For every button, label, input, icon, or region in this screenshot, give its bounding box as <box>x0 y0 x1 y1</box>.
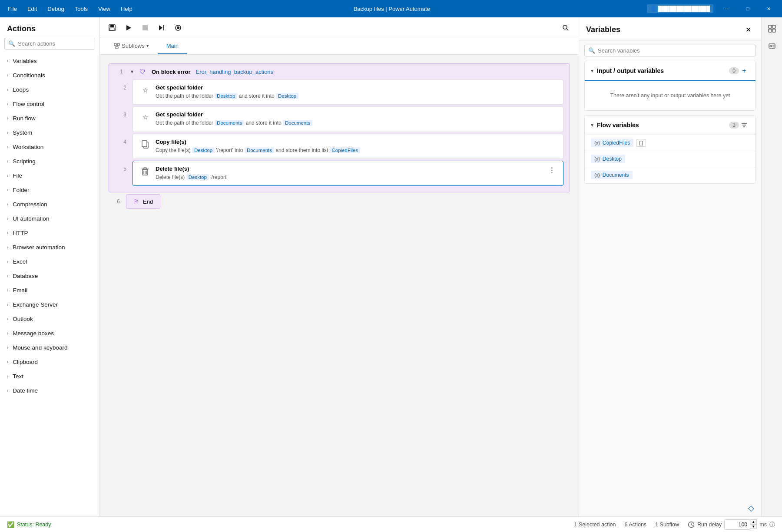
variables-search-box[interactable]: 🔍 <box>584 45 756 56</box>
input-output-header[interactable]: ▾ Input / output variables 0 + <box>585 61 755 81</box>
sidebar-item-text[interactable]: › Text <box>0 369 99 383</box>
tab-main[interactable]: Main <box>158 38 187 54</box>
step-5-var1[interactable]: Desktop <box>186 174 209 180</box>
sidebar-item-clipboard[interactable]: › Clipboard <box>0 355 99 369</box>
block-error-header[interactable]: 1 ▾ 🛡 On block error Eror_handling_backu… <box>109 64 570 79</box>
sidebar-items-list: › Variables › Conditionals › Loops › Flo… <box>0 54 99 516</box>
chevron-icon: › <box>7 245 8 250</box>
maximize-button[interactable]: □ <box>738 2 758 16</box>
menu-help[interactable]: Help <box>116 4 137 14</box>
step-5-more-button[interactable]: ⋮ <box>547 165 557 176</box>
sidebar-item-compression[interactable]: › Compression <box>0 197 99 211</box>
menu-file[interactable]: File <box>3 4 21 14</box>
add-variable-button[interactable]: + <box>739 66 749 76</box>
run-delay-info-icon[interactable]: ⓘ <box>769 521 775 529</box>
record-button[interactable] <box>171 21 185 35</box>
step-3-card[interactable]: ☆ Get special folder Get the path of the… <box>133 106 563 132</box>
step-2-var2[interactable]: Desktop <box>276 93 298 99</box>
flow-vars-collapse-icon[interactable]: ▾ <box>591 122 593 128</box>
menu-edit[interactable]: Edit <box>23 4 41 14</box>
sidebar-item-http[interactable]: › HTTP <box>0 226 99 240</box>
sidebar-item-workstation[interactable]: › Workstation <box>0 140 99 154</box>
sidebar-item-run-flow[interactable]: › Run flow <box>0 111 99 126</box>
sidebar-item-variables[interactable]: › Variables <box>0 54 99 68</box>
chevron-icon: › <box>7 216 8 221</box>
variables-search-input[interactable] <box>598 47 752 54</box>
assets-panel-toggle[interactable] <box>764 38 780 54</box>
sidebar-item-exchange-server[interactable]: › Exchange Server <box>0 297 99 312</box>
run-delay-spinners: ▲ ▼ <box>750 519 757 530</box>
tab-subflows[interactable]: Subflows ▾ <box>105 38 158 54</box>
block-error-container: 1 ▾ 🛡 On block error Eror_handling_backu… <box>109 63 570 192</box>
sidebar-item-outlook[interactable]: › Outlook <box>0 312 99 326</box>
menu-debug[interactable]: Debug <box>43 4 68 14</box>
chevron-icon: › <box>7 345 8 350</box>
sidebar-search-box[interactable]: 🔍 <box>4 38 95 50</box>
flow-var-documents[interactable]: {x} Documents <box>585 167 755 183</box>
step-4-var1[interactable]: Desktop <box>192 147 215 153</box>
menu-view[interactable]: View <box>94 4 115 14</box>
sidebar-search-input[interactable] <box>18 40 91 47</box>
end-card[interactable]: 🏳 End <box>126 194 160 209</box>
sidebar-item-folder[interactable]: › Folder <box>0 183 99 197</box>
run-delay-decrement[interactable]: ▼ <box>750 524 757 529</box>
status-ready: ✅ Status: Ready <box>7 521 51 528</box>
sidebar-item-email[interactable]: › Email <box>0 283 99 297</box>
svg-line-10 <box>567 29 568 30</box>
block-error-collapse-icon[interactable]: ▾ <box>131 69 133 75</box>
sidebar-item-excel[interactable]: › Excel <box>0 254 99 269</box>
diamond-area: ◇ <box>579 500 761 516</box>
sidebar-item-message-boxes[interactable]: › Message boxes <box>0 326 99 340</box>
step-4-title: Copy file(s) <box>156 139 557 145</box>
step-3-var2[interactable]: Documents <box>283 120 312 126</box>
block-error-title: On block error <box>152 69 191 75</box>
titlebar-menu[interactable]: File Edit Debug Tools View Help <box>3 4 137 14</box>
sidebar-item-flow-control[interactable]: › Flow control <box>0 97 99 111</box>
menu-tools[interactable]: Tools <box>70 4 92 14</box>
input-output-collapse-icon[interactable]: ▾ <box>591 68 593 74</box>
run-delay-increment[interactable]: ▲ <box>750 519 757 524</box>
end-label: End <box>143 198 153 205</box>
step-3-var1[interactable]: Documents <box>215 120 244 126</box>
sidebar-item-date-time[interactable]: › Date time <box>0 383 99 398</box>
flow-var-copiedfiles[interactable]: {x} CopiedFiles [ ] <box>585 135 755 151</box>
selected-action-count: 1 Selected action <box>574 522 616 528</box>
flow-variables-filter-button[interactable] <box>739 120 749 130</box>
step-4-var2[interactable]: Documents <box>245 147 274 153</box>
chevron-icon: › <box>7 302 8 307</box>
svg-point-30 <box>770 45 772 47</box>
star-icon: ☆ <box>139 111 151 123</box>
flow-variables-header[interactable]: ▾ Flow variables 3 <box>585 116 755 135</box>
variables-spacer <box>579 188 761 500</box>
run-delay-input[interactable] <box>724 519 750 530</box>
sidebar-item-database[interactable]: › Database <box>0 269 99 283</box>
save-button[interactable] <box>105 21 119 35</box>
variables-panel-toggle[interactable] <box>764 21 780 36</box>
sidebar-item-ui-automation[interactable]: › UI automation <box>0 211 99 226</box>
sidebar-item-system[interactable]: › System <box>0 126 99 140</box>
step-button[interactable] <box>155 21 169 35</box>
sidebar-item-scripting[interactable]: › Scripting <box>0 154 99 169</box>
svg-rect-12 <box>117 43 119 46</box>
close-button[interactable]: ✕ <box>759 2 779 16</box>
stop-button[interactable] <box>138 21 152 35</box>
diamond-icon[interactable]: ◇ <box>748 503 754 513</box>
window-controls[interactable]: ─ □ ✕ <box>717 2 779 16</box>
canvas-search-button[interactable] <box>558 21 573 35</box>
sidebar-item-mouse-keyboard[interactable]: › Mouse and keyboard <box>0 340 99 355</box>
play-button[interactable] <box>122 21 136 35</box>
sidebar-item-loops[interactable]: › Loops <box>0 83 99 97</box>
step-4-card[interactable]: Copy file(s) Copy the file(s) Desktop '/… <box>133 134 563 159</box>
sidebar-item-conditionals[interactable]: › Conditionals <box>0 68 99 83</box>
step-2-card[interactable]: ☆ Get special folder Get the path of the… <box>133 79 563 105</box>
variables-close-button[interactable]: ✕ <box>742 23 754 36</box>
step-5-card[interactable]: Delete file(s) Delete file(s) Desktop '/… <box>133 161 563 186</box>
sidebar-item-file[interactable]: › File <box>0 169 99 183</box>
flow-var-desktop[interactable]: {x} Desktop <box>585 151 755 167</box>
step-4-var3[interactable]: CopiedFiles <box>329 147 360 153</box>
step-2-var1[interactable]: Desktop <box>215 93 237 99</box>
main-area: Subflows ▾ Main 1 ▾ 🛡 On block error Ero… <box>100 17 579 516</box>
sidebar-item-browser-automation[interactable]: › Browser automation <box>0 240 99 254</box>
subflows-dropdown-icon[interactable]: ▾ <box>146 43 149 49</box>
minimize-button[interactable]: ─ <box>717 2 737 16</box>
